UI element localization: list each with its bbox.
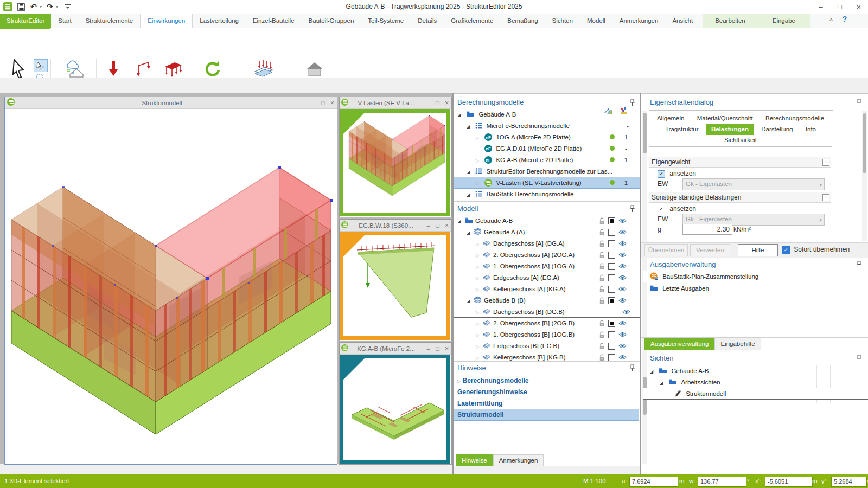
panel-scrollbar[interactable] — [642, 111, 647, 464]
expander-icon[interactable]: ▷ — [476, 319, 483, 330]
tab-anmerkungen[interactable]: Anmerkungen — [493, 454, 544, 466]
minimize-button[interactable]: – — [812, 0, 830, 14]
lock-open-icon[interactable] — [599, 263, 605, 270]
tree-row[interactable]: ◢ StrukturEditor-Berechnungsmodelle zur … — [467, 166, 629, 177]
tab-eingabehilfe[interactable]: Eingabehilfe — [714, 338, 761, 350]
window-close-icon[interactable]: × — [328, 99, 337, 107]
visibility-checkbox[interactable] — [608, 263, 615, 270]
ptab-material-querschnitt[interactable]: Material/Querschnitt — [692, 113, 758, 124]
tree-row[interactable]: ▷2. Obergeschoss [B] (2OG.B) — [476, 318, 575, 329]
window-maximize-icon[interactable]: □ — [433, 345, 442, 352]
expander-icon[interactable]: ◢ — [467, 190, 474, 201]
ptab-darstellung[interactable]: Darstellung — [756, 124, 798, 135]
window-close-icon[interactable]: × — [442, 221, 451, 229]
vlasten-window-titlebar[interactable]: V-Lasten (SE V-La... – □ × — [340, 97, 451, 109]
eye-icon[interactable] — [618, 275, 627, 280]
window-close-icon[interactable]: × — [442, 344, 451, 352]
lock-open-icon[interactable] — [599, 354, 605, 361]
berechnungsmodelle-pin-icon[interactable] — [629, 99, 635, 108]
ew-dropdown[interactable]: Gk - Eigenlasten ▾ — [682, 178, 825, 190]
expander-icon[interactable]: ▷ — [476, 285, 483, 296]
tab-lastverteilung[interactable]: Lastverteilung — [193, 14, 246, 28]
a-input[interactable]: 7.6924 — [629, 477, 678, 487]
hinweise-pin-icon[interactable] — [629, 364, 635, 374]
undo-icon[interactable]: ↶ — [30, 2, 37, 11]
x-input[interactable]: -5.6051 — [765, 477, 813, 487]
maximize-button[interactable]: □ — [831, 0, 849, 14]
expander-icon[interactable]: ◢ — [467, 121, 474, 132]
tree-row[interactable]: ◢ Gebäude A-B — [457, 109, 516, 120]
tab-bauteil-gruppen[interactable]: Bauteil-Gruppen — [302, 14, 361, 28]
expander-icon[interactable]: ◢ — [457, 110, 464, 121]
kgab-preview-content[interactable] — [340, 355, 450, 464]
hinweis-generierungshinweise[interactable]: Generierungshinweise — [457, 387, 566, 397]
visibility-checkbox[interactable] — [608, 229, 615, 236]
expander-icon[interactable]: ▷ — [476, 273, 483, 284]
tree-row[interactable]: ◢ Gebäude A-B — [650, 365, 709, 376]
tree-row[interactable]: ▷Kellergeschoss [A] (KG.A) — [476, 284, 566, 294]
lock-open-icon[interactable] — [599, 252, 605, 259]
sofort-uebernehmen-checkbox[interactable]: ✓ — [782, 246, 790, 254]
tree-row[interactable]: ▷ nF 1OG.A (MicroFe 2D Platte) — [476, 132, 571, 143]
kgab-window-titlebar[interactable]: KG.A-B (MicroFe 2... – □ × — [340, 343, 451, 355]
tab-start[interactable]: Start — [51, 14, 78, 28]
egbw18-preview-content[interactable] — [340, 232, 450, 340]
expander-icon[interactable]: ▷ — [476, 307, 483, 318]
tab-struktureditor[interactable]: StrukturEditor — [0, 14, 51, 28]
expander-icon[interactable]: ▷ — [476, 342, 483, 352]
visibility-checkbox[interactable] — [608, 354, 615, 361]
redo-dropdown-icon[interactable]: ▾ — [56, 2, 58, 11]
hinweis-lastermittlung[interactable]: Lastermittlung — [457, 398, 566, 409]
undo-dropdown-icon[interactable]: ▾ — [40, 2, 42, 11]
eye-icon[interactable] — [618, 355, 627, 360]
save-icon[interactable] — [17, 2, 25, 11]
lock-open-icon[interactable] — [599, 320, 605, 327]
close-button[interactable]: × — [850, 0, 868, 14]
tab-details[interactable]: Details — [411, 14, 444, 28]
markieren-info-button[interactable]: i — [34, 59, 48, 72]
expander-icon[interactable]: ◢ — [467, 228, 474, 239]
eigenschaften-scrollbar[interactable] — [862, 111, 867, 241]
tab-ansicht[interactable]: Ansicht — [665, 14, 700, 28]
section-eigengewicht[interactable]: Eigengewicht− — [649, 157, 831, 168]
expander-icon[interactable]: ▷ — [457, 379, 461, 384]
tree-row[interactable]: ▷Dachgeschoss [A] (DG.A) — [476, 238, 565, 249]
tab-bemassung[interactable]: Bemaßung — [500, 14, 545, 28]
ptab-belastungen[interactable]: Belastungen — [706, 124, 754, 135]
uebernehmen-button[interactable]: Übernehmen — [644, 244, 688, 256]
window-maximize-icon[interactable]: □ — [433, 222, 442, 229]
lock-open-icon[interactable] — [599, 274, 605, 281]
collapse-section-icon[interactable]: − — [822, 159, 829, 166]
tree-row[interactable]: ◢Gebäude A (A) — [467, 227, 525, 237]
tree-row[interactable]: ▷1. Obergeschoss [B] (1OG.B) — [476, 329, 575, 340]
y-input[interactable]: 5.2684 — [831, 477, 867, 487]
lock-open-icon[interactable] — [599, 343, 605, 350]
tab-modell[interactable]: Modell — [580, 14, 612, 28]
lock-open-icon[interactable] — [599, 240, 605, 247]
expander-icon[interactable]: ◢ — [467, 296, 474, 307]
expander-icon[interactable]: ▷ — [476, 156, 483, 166]
eye-icon[interactable] — [618, 229, 627, 235]
tree-row-selected[interactable]: ▷ V-Lasten (SE V-Lastverteilung) — [454, 177, 661, 188]
tree-row-selected[interactable]: Strukturmodell — [643, 388, 868, 399]
window-minimize-icon[interactable]: – — [424, 100, 433, 106]
visibility-checkbox[interactable] — [608, 274, 615, 281]
eye-icon[interactable] — [618, 264, 627, 269]
hinweis-strukturmodell-selected[interactable]: Strukturmodell — [454, 409, 639, 420]
visibility-checkbox[interactable] — [608, 331, 615, 338]
strukturmodell-3d-view[interactable] — [5, 109, 336, 464]
lock-open-icon[interactable] — [599, 331, 605, 338]
ansetzen-checkbox[interactable]: ✓ — [658, 206, 665, 213]
vlasten-preview-content[interactable] — [340, 109, 450, 216]
tree-row[interactable]: ◢Gebäude A-B — [457, 215, 513, 226]
eye-icon[interactable] — [618, 241, 627, 246]
tab-grafikelemente[interactable]: Grafikelemente — [444, 14, 500, 28]
tree-row[interactable]: ▷1. Obergeschoss [A] (1OG.A) — [476, 261, 575, 272]
expander-icon[interactable]: ◢ — [457, 216, 464, 227]
expander-icon[interactable]: ◢ — [660, 378, 667, 389]
expander-icon[interactable]: ▷ — [476, 330, 483, 341]
strukturmodell-window-titlebar[interactable]: Strukturmodell – □ × — [5, 97, 337, 109]
lock-open-icon[interactable] — [599, 297, 605, 304]
visibility-checkbox[interactable] — [608, 343, 615, 350]
ausgaben-item-selected[interactable]: W BauStatik-Plan-Zusammenstellung — [643, 271, 852, 282]
